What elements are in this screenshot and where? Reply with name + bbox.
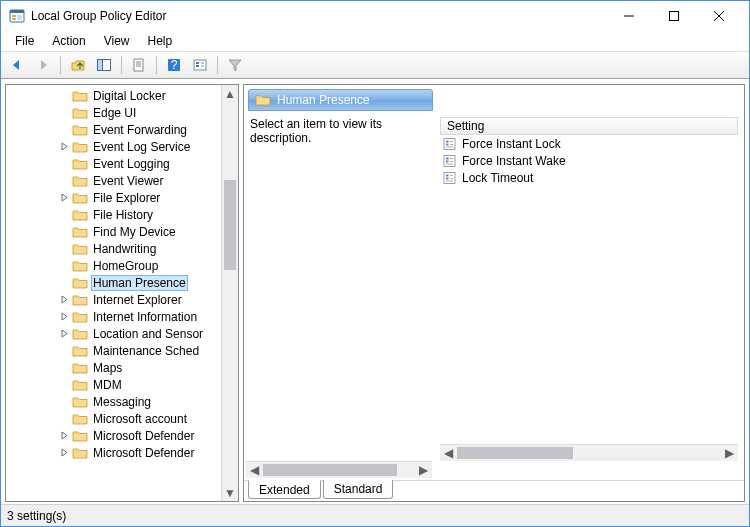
tree-item[interactable]: Maintenance Sched <box>6 342 221 359</box>
scrollbar-thumb[interactable] <box>263 464 397 476</box>
expand-icon[interactable] <box>58 192 70 204</box>
minimize-button[interactable] <box>606 1 651 31</box>
folder-icon <box>72 259 88 273</box>
tree-item[interactable]: Event Forwarding <box>6 121 221 138</box>
folder-icon <box>72 361 88 375</box>
scroll-right-arrow-icon[interactable]: ▶ <box>415 462 432 478</box>
description-horizontal-scrollbar[interactable]: ◀ ▶ <box>246 461 432 478</box>
up-button[interactable] <box>66 54 90 76</box>
tree-item[interactable]: Edge UI <box>6 104 221 121</box>
tree-item[interactable]: Microsoft Defender <box>6 444 221 461</box>
svg-rect-16 <box>446 143 449 145</box>
setting-label: Force Instant Lock <box>462 137 561 151</box>
tree-item[interactable]: HomeGroup <box>6 257 221 274</box>
menu-view[interactable]: View <box>96 32 138 50</box>
tree-item[interactable]: File Explorer <box>6 189 221 206</box>
settings-list: Force Instant LockForce Instant WakeLock… <box>440 135 738 186</box>
scrollbar-track[interactable] <box>263 462 415 478</box>
tree-view[interactable]: Digital LockerEdge UIEvent ForwardingEve… <box>6 85 221 501</box>
svg-rect-7 <box>98 60 103 71</box>
filter-button[interactable] <box>223 54 247 76</box>
help-button[interactable]: ? <box>162 54 186 76</box>
tree-item-label: Maps <box>91 361 124 375</box>
menu-help[interactable]: Help <box>140 32 181 50</box>
folder-icon <box>72 157 88 171</box>
svg-rect-17 <box>444 155 455 166</box>
scroll-left-arrow-icon[interactable]: ◀ <box>246 462 263 478</box>
tree-item[interactable]: Microsoft account <box>6 410 221 427</box>
expand-icon[interactable] <box>58 294 70 306</box>
policy-icon-button[interactable] <box>188 54 212 76</box>
tree-item[interactable]: File History <box>6 206 221 223</box>
statusbar: 3 setting(s) <box>1 504 749 526</box>
folder-icon <box>255 93 271 107</box>
scroll-up-arrow-icon[interactable]: ▲ <box>222 85 238 102</box>
tree-item[interactable]: Human Presence <box>6 274 221 291</box>
tab-standard[interactable]: Standard <box>323 480 394 499</box>
expand-icon[interactable] <box>58 447 70 459</box>
back-button[interactable] <box>5 54 29 76</box>
tab-extended[interactable]: Extended <box>248 480 321 499</box>
detail-header-title: Human Presence <box>277 93 370 107</box>
scrollbar-thumb[interactable] <box>224 180 236 270</box>
svg-rect-5 <box>669 12 678 21</box>
scroll-down-arrow-icon[interactable]: ▼ <box>222 484 238 501</box>
maximize-button[interactable] <box>651 1 696 31</box>
settings-horizontal-scrollbar[interactable]: ◀ ▶ <box>440 444 738 461</box>
show-hide-tree-button[interactable] <box>92 54 116 76</box>
scroll-right-arrow-icon[interactable]: ▶ <box>721 445 738 461</box>
settings-column-header[interactable]: Setting <box>440 117 738 135</box>
properties-button[interactable] <box>127 54 151 76</box>
tree-item[interactable]: Internet Explorer <box>6 291 221 308</box>
tree-item-label: Event Log Service <box>91 140 192 154</box>
tree-vertical-scrollbar[interactable]: ▲ ▼ <box>221 85 238 501</box>
tree-item-label: HomeGroup <box>91 259 160 273</box>
expand-icon[interactable] <box>58 141 70 153</box>
folder-icon <box>72 225 88 239</box>
tree-item[interactable]: Handwriting <box>6 240 221 257</box>
window-controls <box>606 1 741 31</box>
svg-rect-2 <box>12 15 16 17</box>
folder-icon <box>72 242 88 256</box>
tree-item-label: Location and Sensor <box>91 327 205 341</box>
detail-pane: Human Presence Select an item to view it… <box>243 84 745 502</box>
menu-action[interactable]: Action <box>44 32 93 50</box>
scrollbar-track[interactable] <box>222 102 238 484</box>
tree-item[interactable]: Messaging <box>6 393 221 410</box>
folder-icon <box>72 429 88 443</box>
tree-item[interactable]: MDM <box>6 376 221 393</box>
tree-item-label: Event Viewer <box>91 174 165 188</box>
folder-icon <box>72 293 88 307</box>
description-column: Select an item to view its description. <box>250 117 440 461</box>
folder-icon <box>72 378 88 392</box>
forward-button[interactable] <box>31 54 55 76</box>
tree-item[interactable]: Internet Information <box>6 308 221 325</box>
tree-item[interactable]: Event Log Service <box>6 138 221 155</box>
tree-item[interactable]: Find My Device <box>6 223 221 240</box>
detail-header: Human Presence <box>248 89 433 111</box>
folder-icon <box>72 140 88 154</box>
expand-icon[interactable] <box>58 328 70 340</box>
svg-rect-3 <box>12 18 16 20</box>
tree-item-label: File Explorer <box>91 191 162 205</box>
svg-rect-15 <box>446 140 449 142</box>
menu-file[interactable]: File <box>7 32 42 50</box>
setting-item[interactable]: Force Instant Wake <box>440 152 738 169</box>
tree-item[interactable]: Microsoft Defender <box>6 427 221 444</box>
tree-item-label: Digital Locker <box>91 89 168 103</box>
tree-item[interactable]: Event Viewer <box>6 172 221 189</box>
setting-item[interactable]: Force Instant Lock <box>440 135 738 152</box>
svg-text:?: ? <box>171 58 178 72</box>
close-button[interactable] <box>696 1 741 31</box>
tree-item[interactable]: Digital Locker <box>6 87 221 104</box>
tree-item[interactable]: Maps <box>6 359 221 376</box>
expand-icon[interactable] <box>58 430 70 442</box>
scroll-left-arrow-icon[interactable]: ◀ <box>440 445 457 461</box>
tree-item[interactable]: Event Logging <box>6 155 221 172</box>
scrollbar-thumb[interactable] <box>457 447 573 459</box>
scrollbar-track[interactable] <box>457 445 721 461</box>
setting-item[interactable]: Lock Timeout <box>440 169 738 186</box>
tree-item[interactable]: Location and Sensor <box>6 325 221 342</box>
toolbar-separator <box>156 56 157 74</box>
expand-icon[interactable] <box>58 311 70 323</box>
